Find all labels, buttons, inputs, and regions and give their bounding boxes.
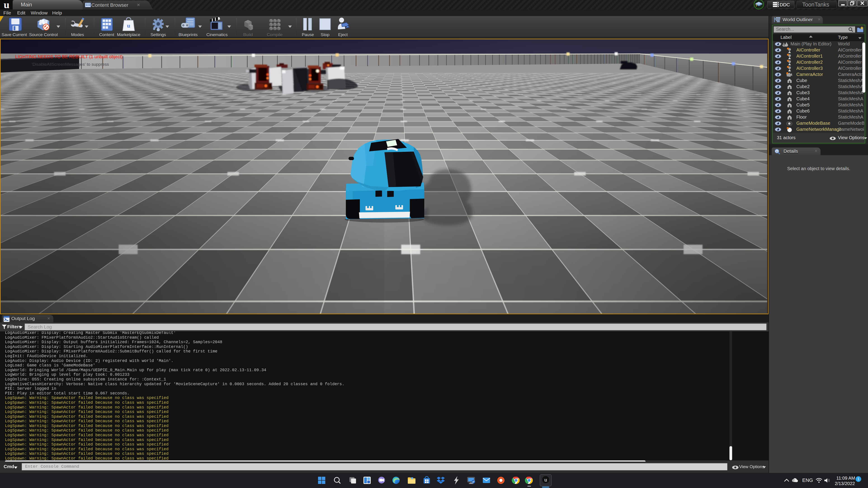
svg-text:u: u bbox=[127, 22, 130, 29]
svg-text:u: u bbox=[544, 477, 547, 483]
svg-text:i: i bbox=[776, 150, 777, 153]
svg-text:u: u bbox=[4, 0, 9, 9]
